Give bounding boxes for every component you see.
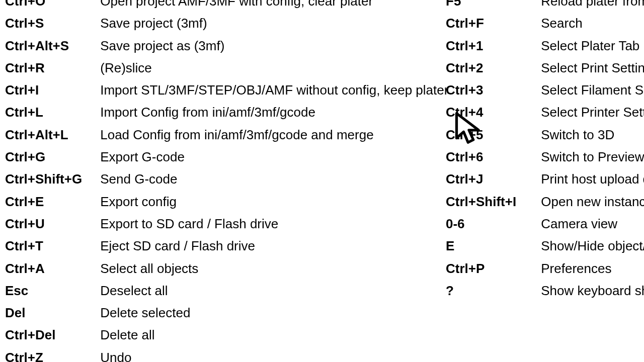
shortcut-desc: Print host upload queue [541, 168, 644, 190]
shortcut-row: Ctrl+Alt+L Load Config from ini/amf/3mf/… [5, 124, 443, 146]
shortcut-desc: Switch to Preview [541, 146, 644, 168]
shortcut-key: Ctrl+2 [446, 57, 537, 79]
shortcut-key: Ctrl+Alt+S [5, 35, 97, 57]
shortcut-desc: Eject SD card / Flash drive [100, 235, 255, 257]
shortcut-desc: Select Filament Settings Tab [541, 79, 644, 101]
shortcut-desc: Export config [100, 191, 177, 213]
shortcut-desc: Import Config from ini/amf/3mf/gcode [100, 101, 315, 123]
shortcut-desc: Send G-code [100, 168, 177, 190]
shortcut-row: Ctrl+Shift+G Send G-code [5, 168, 443, 190]
shortcut-desc: Open new instance [541, 191, 644, 213]
shortcut-key: Ctrl+T [5, 235, 97, 257]
shortcut-desc: Show keyboard shortcuts [541, 280, 644, 302]
shortcut-key: Ctrl+A [5, 257, 97, 280]
shortcut-desc: Camera view [541, 213, 617, 235]
shortcut-row: Ctrl+S Save project (3mf) [5, 12, 443, 34]
shortcut-desc: Save project (3mf) [100, 12, 207, 34]
shortcut-desc: Select Plater Tab [541, 35, 639, 57]
shortcut-key: Ctrl+Shift+I [446, 191, 537, 213]
shortcut-column-left: Ctrl+O Open project AMF/3MF with config,… [5, 0, 443, 362]
shortcut-key: ? [446, 280, 537, 302]
shortcut-row: Ctrl+5 Switch to 3D [446, 124, 644, 146]
shortcut-key: Del [5, 302, 97, 324]
shortcut-desc: Undo [100, 346, 131, 362]
shortcut-key: Ctrl+E [5, 191, 97, 213]
shortcut-desc: Export to SD card / Flash drive [100, 213, 278, 235]
shortcut-row: Ctrl+J Print host upload queue [446, 168, 644, 190]
shortcut-row: Ctrl+6 Switch to Preview [446, 146, 644, 168]
shortcut-key: Ctrl+6 [446, 146, 537, 168]
shortcut-row: Ctrl+4 Select Printer Settings Tab [446, 101, 644, 123]
shortcut-row: Ctrl+O Open project AMF/3MF with config,… [5, 0, 443, 12]
shortcut-desc: Import STL/3MF/STEP/OBJ/AMF without conf… [100, 79, 448, 101]
shortcut-key: Ctrl+4 [446, 101, 537, 123]
shortcut-row: Ctrl+P Preferences [446, 257, 644, 280]
shortcut-key: Ctrl+Alt+L [5, 124, 97, 146]
shortcut-desc: Reload plater from disk [541, 0, 644, 12]
shortcut-desc: Select Printer Settings Tab [541, 101, 644, 123]
shortcut-row: Ctrl+Del Delete all [5, 324, 443, 346]
shortcut-desc: Delete all [100, 324, 154, 346]
shortcut-desc: Preferences [541, 257, 611, 280]
shortcut-desc: Deselect all [100, 280, 168, 302]
shortcut-desc: Delete selected [100, 302, 190, 324]
shortcut-row: F5 Reload plater from disk [446, 0, 644, 12]
shortcut-row: Ctrl+G Export G-code [5, 146, 443, 168]
shortcut-key: F5 [446, 0, 537, 12]
shortcut-key: Ctrl+P [446, 257, 537, 280]
shortcut-row: Ctrl+L Import Config from ini/amf/3mf/gc… [5, 101, 443, 123]
shortcut-desc: (Re)slice [100, 57, 152, 79]
shortcut-row: Ctrl+E Export config [5, 191, 443, 213]
shortcut-key: 0-6 [446, 213, 537, 235]
shortcut-desc: Load Config from ini/amf/3mf/gcode and m… [100, 124, 373, 146]
shortcut-key: Esc [5, 280, 97, 302]
shortcut-row: Ctrl+R (Re)slice [5, 57, 443, 79]
shortcut-row: Ctrl+I Import STL/3MF/STEP/OBJ/AMF witho… [5, 79, 443, 101]
shortcut-row: Ctrl+T Eject SD card / Flash drive [5, 235, 443, 257]
shortcut-list-page: Ctrl+O Open project AMF/3MF with config,… [0, 0, 644, 362]
shortcut-key: Ctrl+3 [446, 79, 537, 101]
shortcut-row: E Show/Hide object/instance labels [446, 235, 644, 257]
shortcut-row: Del Delete selected [5, 302, 443, 324]
shortcut-key: Ctrl+Z [5, 346, 97, 362]
shortcut-row: Ctrl+3 Select Filament Settings Tab [446, 79, 644, 101]
shortcut-key: Ctrl+J [446, 168, 537, 190]
shortcut-key: Ctrl+Shift+G [5, 168, 97, 190]
shortcut-key: Ctrl+Del [5, 324, 97, 346]
shortcut-column-right: F5 Reload plater from disk Ctrl+F Search… [446, 0, 644, 302]
shortcut-key: Ctrl+5 [446, 124, 537, 146]
shortcut-desc: Open project AMF/3MF with config, clear … [100, 0, 373, 12]
shortcut-desc: Switch to 3D [541, 124, 614, 146]
shortcut-row: Ctrl+Alt+S Save project as (3mf) [5, 35, 443, 57]
shortcut-row: Ctrl+U Export to SD card / Flash drive [5, 213, 443, 235]
shortcut-key: Ctrl+L [5, 101, 97, 123]
shortcut-desc: Select all objects [100, 257, 198, 280]
shortcut-key: Ctrl+R [5, 57, 97, 79]
shortcut-key: Ctrl+O [5, 0, 97, 12]
shortcut-row: Ctrl+Z Undo [5, 346, 443, 362]
shortcut-desc: Select Print Settings Tab [541, 57, 644, 79]
shortcut-row: Ctrl+A Select all objects [5, 257, 443, 280]
shortcut-key: E [446, 235, 537, 257]
shortcut-key: Ctrl+I [5, 79, 97, 101]
shortcut-row: Ctrl+F Search [446, 12, 644, 34]
shortcut-key: Ctrl+G [5, 146, 97, 168]
shortcut-row: 0-6 Camera view [446, 213, 644, 235]
shortcut-desc: Export G-code [100, 146, 185, 168]
shortcut-row: Ctrl+Shift+I Open new instance [446, 191, 644, 213]
shortcut-key: Ctrl+S [5, 12, 97, 34]
shortcut-key: Ctrl+F [446, 12, 537, 34]
shortcut-row: Esc Deselect all [5, 280, 443, 302]
shortcut-key: Ctrl+U [5, 213, 97, 235]
shortcut-desc: Save project as (3mf) [100, 35, 224, 57]
shortcut-key: Ctrl+1 [446, 35, 537, 57]
shortcut-row: Ctrl+2 Select Print Settings Tab [446, 57, 644, 79]
shortcut-row: ? Show keyboard shortcuts [446, 280, 644, 302]
shortcut-row: Ctrl+1 Select Plater Tab [446, 35, 644, 57]
shortcut-desc: Search [541, 12, 582, 34]
shortcut-desc: Show/Hide object/instance labels [541, 235, 644, 257]
